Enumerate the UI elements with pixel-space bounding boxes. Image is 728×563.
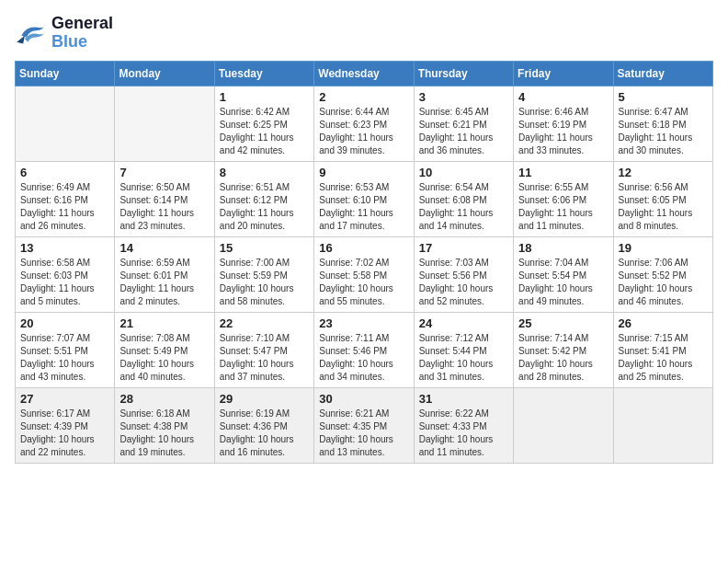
logo-text: General Blue [51,15,113,52]
calendar-week-5: 27Sunrise: 6:17 AMSunset: 4:39 PMDayligh… [16,387,713,463]
day-info: Sunrise: 7:03 AMSunset: 5:56 PMDaylight:… [419,257,508,308]
column-header-tuesday: Tuesday [214,61,313,86]
day-info: Sunrise: 7:08 AMSunset: 5:49 PMDaylight:… [119,332,209,384]
day-info: Sunrise: 6:42 AMSunset: 6:25 PMDaylight:… [220,106,309,157]
day-info: Sunrise: 7:07 AMSunset: 5:51 PMDaylight:… [20,332,109,384]
calendar-day: 22Sunrise: 7:10 AMSunset: 5:47 PMDayligh… [214,312,313,387]
day-info: Sunrise: 6:50 AMSunset: 6:14 PMDaylight:… [119,181,209,233]
calendar-day [16,86,115,161]
day-number: 12 [619,166,708,179]
calendar-day: 26Sunrise: 7:15 AMSunset: 5:41 PMDayligh… [613,312,712,387]
calendar-day: 25Sunrise: 7:14 AMSunset: 5:42 PMDayligh… [514,312,613,387]
day-number: 31 [419,392,508,406]
day-number: 7 [119,166,209,179]
day-info: Sunrise: 6:51 AMSunset: 6:12 PMDaylight:… [220,181,309,233]
day-info: Sunrise: 6:54 AMSunset: 6:08 PMDaylight:… [419,181,508,233]
calendar-day [613,387,712,463]
day-info: Sunrise: 7:14 AMSunset: 5:42 PMDaylight:… [518,332,608,384]
day-number: 1 [220,90,309,104]
calendar-table: SundayMondayTuesdayWednesdayThursdayFrid… [15,61,713,464]
logo-icon [15,19,48,47]
calendar-day: 14Sunrise: 6:59 AMSunset: 6:01 PMDayligh… [115,236,214,312]
day-info: Sunrise: 7:04 AMSunset: 5:54 PMDaylight:… [518,257,608,308]
day-info: Sunrise: 7:02 AMSunset: 5:58 PMDaylight:… [319,257,408,308]
calendar-week-4: 20Sunrise: 7:07 AMSunset: 5:51 PMDayligh… [16,312,713,387]
day-number: 15 [220,241,309,255]
calendar-day: 3Sunrise: 6:45 AMSunset: 6:21 PMDaylight… [414,86,513,161]
day-info: Sunrise: 7:00 AMSunset: 5:59 PMDaylight:… [220,257,309,308]
day-number: 4 [518,90,608,104]
day-info: Sunrise: 6:18 AMSunset: 4:38 PMDaylight:… [119,408,209,459]
calendar-day: 31Sunrise: 6:22 AMSunset: 4:33 PMDayligh… [414,387,513,463]
calendar-day: 18Sunrise: 7:04 AMSunset: 5:54 PMDayligh… [514,236,613,312]
calendar-day: 16Sunrise: 7:02 AMSunset: 5:58 PMDayligh… [314,236,414,312]
day-number: 5 [619,90,708,104]
column-header-sunday: Sunday [16,61,115,86]
day-info: Sunrise: 6:19 AMSunset: 4:36 PMDaylight:… [220,408,309,459]
day-number: 8 [220,166,309,179]
day-number: 30 [319,392,408,406]
day-info: Sunrise: 6:58 AMSunset: 6:03 PMDaylight:… [20,257,109,308]
day-info: Sunrise: 6:22 AMSunset: 4:33 PMDaylight:… [419,408,508,459]
day-number: 20 [20,316,109,330]
calendar-day: 6Sunrise: 6:49 AMSunset: 6:16 PMDaylight… [16,161,115,236]
calendar-day: 29Sunrise: 6:19 AMSunset: 4:36 PMDayligh… [214,387,313,463]
page-header: General Blue [15,15,713,52]
svg-marker-0 [17,35,25,43]
column-header-thursday: Thursday [414,61,513,86]
calendar-day: 17Sunrise: 7:03 AMSunset: 5:56 PMDayligh… [414,236,513,312]
calendar-week-1: 1Sunrise: 6:42 AMSunset: 6:25 PMDaylight… [16,86,713,161]
calendar-day: 30Sunrise: 6:21 AMSunset: 4:35 PMDayligh… [314,387,414,463]
calendar-day: 19Sunrise: 7:06 AMSunset: 5:52 PMDayligh… [613,236,712,312]
calendar-day: 24Sunrise: 7:12 AMSunset: 5:44 PMDayligh… [414,312,513,387]
day-info: Sunrise: 6:45 AMSunset: 6:21 PMDaylight:… [419,106,508,157]
day-number: 22 [220,316,309,330]
day-info: Sunrise: 6:59 AMSunset: 6:01 PMDaylight:… [119,257,209,308]
day-info: Sunrise: 7:10 AMSunset: 5:47 PMDaylight:… [220,332,309,384]
day-info: Sunrise: 6:49 AMSunset: 6:16 PMDaylight:… [20,181,109,233]
day-info: Sunrise: 6:55 AMSunset: 6:06 PMDaylight:… [518,181,608,233]
calendar-week-2: 6Sunrise: 6:49 AMSunset: 6:16 PMDaylight… [16,161,713,236]
calendar-day: 23Sunrise: 7:11 AMSunset: 5:46 PMDayligh… [314,312,414,387]
calendar-day [514,387,613,463]
day-number: 19 [619,241,708,255]
day-number: 6 [20,166,109,179]
calendar-day: 10Sunrise: 6:54 AMSunset: 6:08 PMDayligh… [414,161,513,236]
column-header-monday: Monday [115,61,214,86]
calendar-day: 7Sunrise: 6:50 AMSunset: 6:14 PMDaylight… [115,161,214,236]
logo: General Blue [15,15,113,52]
calendar-day: 28Sunrise: 6:18 AMSunset: 4:38 PMDayligh… [115,387,214,463]
calendar-day: 21Sunrise: 7:08 AMSunset: 5:49 PMDayligh… [115,312,214,387]
calendar-day: 2Sunrise: 6:44 AMSunset: 6:23 PMDaylight… [314,86,414,161]
day-info: Sunrise: 6:53 AMSunset: 6:10 PMDaylight:… [319,181,408,233]
day-number: 3 [419,90,508,104]
day-number: 24 [419,316,508,330]
column-header-wednesday: Wednesday [314,61,414,86]
day-number: 2 [319,90,408,104]
day-info: Sunrise: 6:46 AMSunset: 6:19 PMDaylight:… [518,106,608,157]
day-number: 11 [518,166,608,179]
day-number: 26 [619,316,708,330]
day-number: 9 [319,166,408,179]
calendar-day: 5Sunrise: 6:47 AMSunset: 6:18 PMDaylight… [613,86,712,161]
calendar-day: 20Sunrise: 7:07 AMSunset: 5:51 PMDayligh… [16,312,115,387]
day-number: 14 [119,241,209,255]
day-info: Sunrise: 7:12 AMSunset: 5:44 PMDaylight:… [419,332,508,384]
day-info: Sunrise: 6:21 AMSunset: 4:35 PMDaylight:… [319,408,408,459]
day-info: Sunrise: 7:11 AMSunset: 5:46 PMDaylight:… [319,332,408,384]
day-info: Sunrise: 7:06 AMSunset: 5:52 PMDaylight:… [619,257,708,308]
day-info: Sunrise: 6:56 AMSunset: 6:05 PMDaylight:… [619,181,708,233]
day-number: 25 [518,316,608,330]
calendar-header-row: SundayMondayTuesdayWednesdayThursdayFrid… [16,61,713,86]
column-header-friday: Friday [514,61,613,86]
calendar-day: 27Sunrise: 6:17 AMSunset: 4:39 PMDayligh… [16,387,115,463]
day-info: Sunrise: 6:44 AMSunset: 6:23 PMDaylight:… [319,106,408,157]
calendar-day: 15Sunrise: 7:00 AMSunset: 5:59 PMDayligh… [214,236,313,312]
day-number: 10 [419,166,508,179]
calendar-day: 4Sunrise: 6:46 AMSunset: 6:19 PMDaylight… [514,86,613,161]
day-info: Sunrise: 7:15 AMSunset: 5:41 PMDaylight:… [619,332,708,384]
calendar-day: 13Sunrise: 6:58 AMSunset: 6:03 PMDayligh… [16,236,115,312]
calendar-day [115,86,214,161]
day-number: 16 [319,241,408,255]
day-number: 17 [419,241,508,255]
